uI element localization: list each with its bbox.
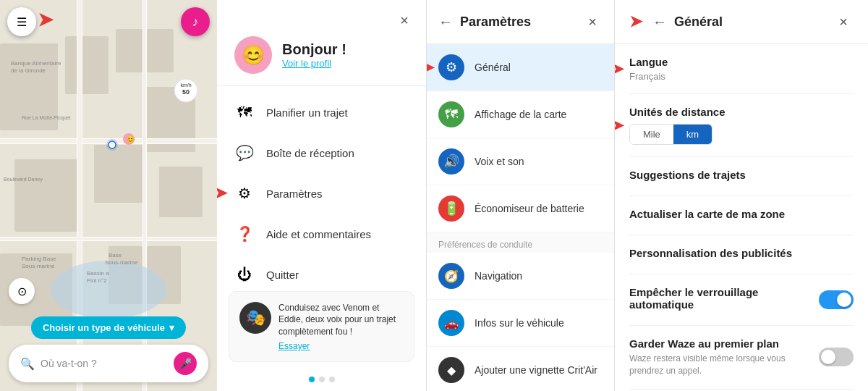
params-header: ← Paramètres × bbox=[427, 0, 614, 44]
general-item-update-map[interactable]: Actualiser la carte de ma zone bbox=[629, 196, 854, 235]
general-panel: ➤ ← Général × ➤ Langue Français ➤ Unités… bbox=[615, 0, 868, 391]
menu-close-button[interactable]: × bbox=[394, 10, 414, 30]
menu-item-label: Aide et commentaires bbox=[266, 228, 371, 240]
svg-text:Sous-marine: Sous-marine bbox=[22, 263, 55, 269]
svg-text:50: 50 bbox=[182, 88, 190, 96]
general-item-lock: Empêcher le verrouillage automatique bbox=[629, 274, 854, 326]
menu-item-quit[interactable]: ⏻ Quitter bbox=[217, 254, 426, 282]
menu-header: × bbox=[217, 0, 426, 30]
param-label-map: Affichage de la carte bbox=[475, 109, 566, 120]
user-section: 😊 Bonjour ! Voir le profil bbox=[217, 30, 426, 86]
view-profile-link[interactable]: Voir le profil bbox=[282, 58, 346, 69]
svg-text:de la Gironde: de la Gironde bbox=[11, 67, 46, 74]
search-icon: 🔍 bbox=[20, 357, 35, 371]
menu-item-params[interactable]: ➤ ⚙ Paramètres bbox=[217, 173, 426, 214]
battery-icon: 🔋 bbox=[438, 196, 464, 222]
svg-text:km/h: km/h bbox=[180, 83, 191, 88]
voice-icon: 🔊 bbox=[438, 148, 464, 175]
general-item-language[interactable]: ➤ Langue Français bbox=[629, 44, 854, 94]
param-item-map[interactable]: 🗺 Affichage de la carte bbox=[427, 91, 614, 138]
banner-text-area: Conduisez avec Venom et Eddie, deux voix… bbox=[278, 302, 404, 351]
general-item-suggestions[interactable]: Suggestions de trajets bbox=[629, 157, 854, 196]
general-title: Général bbox=[674, 14, 723, 30]
music-icon: ♪ bbox=[192, 14, 199, 30]
banner-title: Conduisez avec Venom et Eddie, deux voix… bbox=[278, 302, 404, 338]
map-menu-button[interactable]: ☰ bbox=[7, 7, 36, 36]
suggestions-label: Suggestions de trajets bbox=[629, 169, 854, 181]
menu-panel: × 😊 Bonjour ! Voir le profil 🗺 Planifier… bbox=[217, 0, 427, 391]
param-item-voice[interactable]: 🔊 Voix et son bbox=[427, 138, 614, 185]
menu-item-help[interactable]: ❓ Aide et commentaires bbox=[217, 214, 426, 254]
svg-text:Banque Alimentaire: Banque Alimentaire bbox=[11, 60, 61, 67]
general-icon: ⚙ bbox=[438, 54, 464, 80]
mic-button[interactable]: 🎤 bbox=[174, 352, 197, 375]
banner-link[interactable]: Essayer bbox=[278, 341, 404, 351]
lock-text: Empêcher le verrouillage automatique bbox=[629, 286, 810, 314]
red-arrow-distance: ➤ bbox=[615, 60, 624, 77]
inbox-icon: 💬 bbox=[234, 143, 255, 163]
language-label: Langue bbox=[629, 56, 854, 68]
compass-button[interactable]: ⊙ bbox=[9, 278, 35, 304]
menu-item-plan[interactable]: 🗺 Planifier un trajet bbox=[217, 92, 426, 133]
general-item-ads[interactable]: Personnalisation des publicités bbox=[629, 235, 854, 274]
menu-item-label: Paramètres bbox=[266, 188, 323, 200]
param-label-voice: Voix et son bbox=[475, 156, 524, 167]
param-label-navigation: Navigation bbox=[475, 270, 522, 282]
param-label-critair: Ajouter une vignette Crit'Air bbox=[475, 364, 597, 376]
promo-banner: 🎭 Conduisez avec Venom et Eddie, deux vo… bbox=[229, 291, 414, 362]
map-panel: Banque Alimentaire de la Gironde Rue La … bbox=[0, 0, 217, 391]
distance-km[interactable]: km bbox=[673, 125, 712, 144]
waze-front-sub: Waze restera visible même lorsque vous p… bbox=[629, 353, 810, 377]
distance-toggle[interactable]: Mile km bbox=[629, 124, 712, 145]
waze-front-toggle[interactable] bbox=[819, 348, 854, 366]
general-header-left: ➤ ← Général bbox=[629, 12, 723, 31]
params-list: ➤ ⚙ Général 🗺 Affichage de la carte 🔊 Vo… bbox=[427, 44, 614, 391]
menu-items-list: 🗺 Planifier un trajet 💬 Boîte de récepti… bbox=[217, 86, 426, 282]
music-button[interactable]: ♪ bbox=[181, 7, 210, 36]
svg-rect-2 bbox=[65, 36, 109, 94]
general-back-button[interactable]: ← bbox=[652, 14, 667, 30]
menu-item-inbox[interactable]: 💬 Boîte de réception bbox=[217, 133, 426, 173]
distance-mile[interactable]: Mile bbox=[630, 125, 673, 144]
svg-text:Flot n°2: Flot n°2 bbox=[87, 277, 107, 284]
param-item-battery[interactable]: 🔋 Économiseur de batterie bbox=[427, 185, 614, 232]
search-bar[interactable]: 🔍 Où va-t-on ? 🎤 bbox=[9, 345, 208, 382]
mic-icon: 🎤 bbox=[179, 358, 192, 369]
svg-rect-7 bbox=[159, 167, 203, 217]
red-arrow-distance2: ➤ bbox=[615, 117, 624, 134]
user-greeting: Bonjour ! bbox=[282, 41, 346, 58]
params-header-left: ← Paramètres bbox=[438, 14, 531, 30]
svg-rect-5 bbox=[14, 159, 80, 232]
dot-active bbox=[309, 377, 315, 382]
svg-point-18 bbox=[51, 261, 166, 319]
lock-thumb bbox=[837, 293, 851, 307]
param-label-general: Général bbox=[475, 62, 511, 73]
param-item-navigation[interactable]: 🧭 Navigation bbox=[427, 253, 614, 300]
param-label-vehicle: Infos sur le véhicule bbox=[475, 317, 564, 329]
waze-front-text: Garder Waze au premier plan Waze restera… bbox=[629, 337, 810, 377]
params-back-button[interactable]: ← bbox=[438, 14, 453, 30]
svg-text:😊: 😊 bbox=[126, 135, 135, 144]
avatar: 😊 bbox=[234, 36, 272, 74]
vehicle-type-button[interactable]: Choisir un type de véhicule ▾ bbox=[31, 316, 186, 339]
param-item-critair[interactable]: ◆ Ajouter une vignette Crit'Air bbox=[427, 347, 614, 391]
lock-label: Empêcher le verrouillage automatique bbox=[629, 286, 810, 311]
param-item-general[interactable]: ➤ ⚙ Général bbox=[427, 44, 614, 91]
general-item-distance: ➤ Unités de distance Mile km bbox=[629, 94, 854, 157]
svg-text:Sous-marine: Sous-marine bbox=[105, 259, 138, 266]
param-item-vehicle[interactable]: 🚗 Infos sur le véhicule bbox=[427, 300, 614, 347]
plan-icon: 🗺 bbox=[234, 102, 255, 122]
menu-item-label: Planifier un trajet bbox=[266, 106, 348, 119]
red-arrow-params: ➤ bbox=[217, 184, 227, 203]
svg-text:Base: Base bbox=[109, 252, 122, 258]
lock-toggle[interactable] bbox=[819, 290, 854, 309]
banner-dots bbox=[217, 377, 426, 382]
waze-front-row: Garder Waze au premier plan Waze restera… bbox=[629, 337, 854, 377]
svg-text:Boulevard Daney: Boulevard Daney bbox=[4, 177, 43, 182]
user-info: Bonjour ! Voir le profil bbox=[282, 41, 346, 69]
params-close-button[interactable]: × bbox=[582, 12, 603, 32]
general-close-button[interactable]: × bbox=[833, 12, 854, 32]
svg-rect-6 bbox=[94, 145, 145, 203]
lock-row: Empêcher le verrouillage automatique bbox=[629, 286, 854, 314]
power-icon: ⏻ bbox=[234, 264, 255, 282]
